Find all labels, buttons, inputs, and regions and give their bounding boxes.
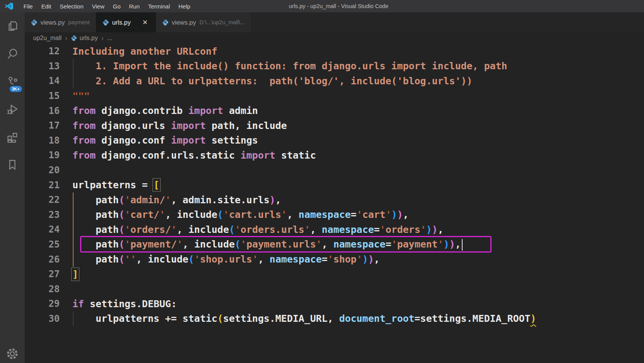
tab-filename: views.py <box>40 19 65 26</box>
code-area[interactable]: 12Including another URLconf13 1. Import … <box>25 44 644 363</box>
line-number: 29 <box>25 298 72 309</box>
run-debug-icon[interactable] <box>0 95 25 123</box>
code-line-29[interactable]: 29if settings.DEBUG: <box>25 296 644 311</box>
line-number: 20 <box>25 165 72 176</box>
explorer-icon[interactable] <box>0 12 25 40</box>
tab-detail: payment <box>68 19 90 25</box>
window-title: urls.py - up2u_mall - Visual Studio Code <box>289 0 388 12</box>
code-line-15[interactable]: 15""" <box>25 89 644 104</box>
code-line-30[interactable]: 30 urlpatterns += static(settings.MEDIA_… <box>25 311 644 326</box>
code-text: path('payment/', include('payment.urls',… <box>72 239 463 251</box>
line-number: 21 <box>25 180 72 191</box>
line-number: 13 <box>25 61 72 72</box>
code-line-27[interactable]: 27] <box>25 267 644 282</box>
search-icon[interactable] <box>0 40 25 68</box>
code-line-17[interactable]: 17from django.urls import path, include <box>25 118 644 133</box>
menu-selection[interactable]: Selection <box>55 0 88 12</box>
menu-view[interactable]: View <box>88 0 109 12</box>
code-line-24[interactable]: 24 path('orders/', include('orders.urls'… <box>25 222 644 237</box>
breadcrumb-item-file[interactable]: urls.py <box>80 35 98 42</box>
code-text: 2. Add a URL to urlpatterns: path('blog/… <box>72 75 473 87</box>
line-number: 15 <box>25 90 72 101</box>
extensions-icon[interactable] <box>0 123 25 151</box>
python-file-icon <box>162 19 169 26</box>
menu-run[interactable]: Run <box>125 0 144 12</box>
tab-filename: views.py <box>172 19 196 26</box>
line-number: 24 <box>25 224 72 235</box>
python-file-icon <box>71 35 77 41</box>
line-number: 30 <box>25 313 72 324</box>
code-line-13[interactable]: 13 1. Import the include() function: fro… <box>25 59 644 74</box>
breadcrumb-item-symbol[interactable]: ... <box>107 35 112 42</box>
code-text: path('cart/', include('cart.urls', names… <box>72 209 409 220</box>
tab-views-py-payment[interactable]: views.py payment <box>25 12 96 32</box>
code-text: urlpatterns = [ <box>72 179 159 191</box>
chevron-right-icon: › <box>101 34 104 42</box>
bookmarks-icon[interactable] <box>0 151 25 179</box>
line-number: 25 <box>25 239 72 250</box>
vscode-logo-icon <box>4 2 14 11</box>
chevron-right-icon: › <box>65 34 67 42</box>
settings-gear-icon[interactable] <box>0 341 25 363</box>
code-line-18[interactable]: 18from django.conf import settings <box>25 133 644 148</box>
code-text: Including another URLconf <box>72 46 217 57</box>
scm-badge: 3K+ <box>10 86 22 92</box>
line-number: 14 <box>25 75 72 86</box>
code-line-26[interactable]: 26 path('', include('shop.urls', namespa… <box>25 252 644 267</box>
breadcrumb: up2u_mall › urls.py › ... <box>25 32 644 44</box>
python-file-icon <box>31 19 37 26</box>
menu-terminal[interactable]: Terminal <box>144 0 174 12</box>
editor[interactable]: 12Including another URLconf13 1. Import … <box>25 44 644 363</box>
code-line-12[interactable]: 12Including another URLconf <box>25 44 644 59</box>
code-line-23[interactable]: 23 path('cart/', include('cart.urls', na… <box>25 207 644 222</box>
text-cursor <box>462 239 463 251</box>
code-text: from django.urls import path, include <box>72 120 287 131</box>
line-number: 18 <box>25 135 72 146</box>
tab-bar: views.py payment urls.py ✕ views.py D:\.… <box>25 12 644 32</box>
tab-filename: urls.py <box>112 19 131 26</box>
code-text: """ <box>72 90 90 102</box>
menu-edit[interactable]: Edit <box>37 0 55 12</box>
code-text: from django.contrib import admin <box>72 105 258 116</box>
menu-help[interactable]: Help <box>174 0 195 12</box>
line-number: 16 <box>25 105 72 116</box>
code-line-22[interactable]: 22 path('admin/', admin.site.urls), <box>25 192 644 207</box>
python-file-icon <box>102 19 109 26</box>
menu-bar: File Edit Selection View Go Run Terminal… <box>19 0 195 12</box>
breadcrumb-item-project[interactable]: up2u_mall <box>33 35 62 42</box>
code-text: path('admin/', admin.site.urls), <box>72 194 281 206</box>
tab-detail: D:\...\up2u_mall\... <box>200 19 245 25</box>
tab-close-icon[interactable]: ✕ <box>141 18 149 27</box>
code-text: path('', include('shop.urls', namespace=… <box>72 254 380 265</box>
code-line-16[interactable]: 16from django.contrib import admin <box>25 103 644 118</box>
line-number: 27 <box>25 269 72 279</box>
activity-bar: 3K+ <box>0 12 25 363</box>
code-text: from django.conf import settings <box>72 135 258 146</box>
menu-go[interactable]: Go <box>109 0 125 12</box>
code-text: 1. Import the include() function: from d… <box>72 60 507 72</box>
code-line-14[interactable]: 14 2. Add a URL to urlpatterns: path('bl… <box>25 74 644 89</box>
code-text: ] <box>72 269 78 280</box>
code-text: path('orders/', include('orders.urls', n… <box>72 224 443 235</box>
code-line-28[interactable]: 28 <box>25 282 644 297</box>
line-number: 17 <box>25 120 72 131</box>
code-line-21[interactable]: 21urlpatterns = [ <box>25 177 644 192</box>
source-control-icon[interactable]: 3K+ <box>0 68 25 95</box>
menu-file[interactable]: File <box>19 0 37 12</box>
line-number: 28 <box>25 284 72 294</box>
line-number: 12 <box>25 46 72 57</box>
title-bar: File Edit Selection View Go Run Terminal… <box>0 0 644 12</box>
code-line-19[interactable]: 19from django.conf.urls.static import st… <box>25 148 644 163</box>
line-number: 23 <box>25 209 72 220</box>
tab-views-py-path[interactable]: views.py D:\...\up2u_mall\... <box>156 12 252 32</box>
line-number: 19 <box>25 150 72 161</box>
code-text: from django.conf.urls.static import stat… <box>72 150 316 161</box>
line-number: 22 <box>25 194 72 205</box>
code-text: if settings.DEBUG: <box>72 298 177 309</box>
code-line-20[interactable]: 20 <box>25 163 644 178</box>
code-text: urlpatterns += static(settings.MEDIA_URL… <box>72 313 536 324</box>
code-line-25[interactable]: 25 path('payment/', include('payment.url… <box>25 237 644 252</box>
tab-urls-py[interactable]: urls.py ✕ <box>96 12 156 32</box>
line-number: 26 <box>25 254 72 265</box>
